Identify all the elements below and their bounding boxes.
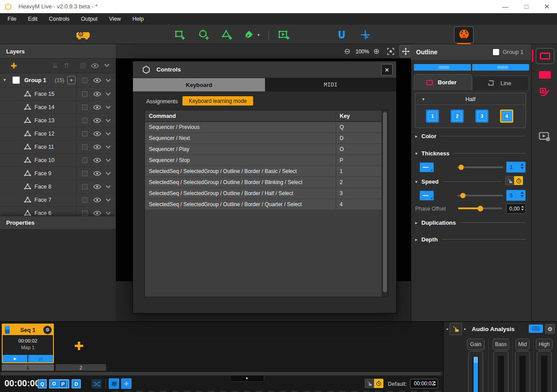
audio-tap-button[interactable]	[450, 323, 462, 335]
tab-midi[interactable]: MIDI	[265, 78, 396, 91]
solo-all-checkbox[interactable]	[80, 63, 86, 68]
animation-effect-button[interactable]	[538, 85, 550, 99]
layer-face-row[interactable]: Face 7	[0, 193, 116, 207]
layer-face-row[interactable]: Face 10	[0, 154, 116, 167]
hotkey-button-d[interactable]: D	[72, 379, 81, 388]
projector-output-button[interactable]	[75, 28, 91, 41]
gain-fader[interactable]	[468, 351, 483, 392]
phase-offset-knob[interactable]	[477, 206, 483, 211]
face-expand-chevron-icon[interactable]	[106, 157, 111, 162]
zoom-out-button[interactable]: ⊖	[344, 47, 350, 56]
hotkey-button-q[interactable]: Q	[38, 379, 47, 388]
default-tap-button[interactable]	[365, 379, 374, 388]
face-solo-checkbox[interactable]	[82, 118, 87, 123]
audio-next-arrow-button[interactable]: ▸	[462, 323, 468, 335]
table-row[interactable]: SelectedSeq / SelectedGroup / Outline / …	[145, 199, 388, 210]
speed-clock-button[interactable]	[514, 176, 523, 185]
preset-button-2[interactable]: 2	[451, 109, 464, 123]
dialog-close-button[interactable]: ✕	[381, 64, 393, 75]
layer-face-row[interactable]: Face 12	[0, 127, 116, 140]
layer-face-row[interactable]: Face 13	[0, 114, 116, 127]
fill-effect-button[interactable]	[539, 71, 551, 79]
minimize-button[interactable]: —	[496, 0, 515, 13]
add-circle-tool[interactable]	[197, 28, 210, 41]
zoom-in-button[interactable]: ⊕	[373, 47, 379, 56]
effects-group-checkbox[interactable]	[493, 49, 499, 55]
group-visibility-icon[interactable]	[93, 78, 101, 83]
face-visibility-icon[interactable]	[93, 91, 101, 97]
face-visibility-icon[interactable]	[93, 211, 101, 216]
bass-fader[interactable]	[493, 351, 508, 392]
audio-settings-button[interactable]: ⚙	[545, 324, 555, 334]
phase-offset-spinner[interactable]	[521, 206, 524, 211]
menu-edit[interactable]: Edit	[22, 13, 43, 25]
face-solo-checkbox[interactable]	[82, 144, 87, 150]
sequencer-collapse-button[interactable]: ▼	[230, 376, 264, 382]
face-solo-checkbox[interactable]	[82, 171, 87, 176]
display-output-button[interactable]	[109, 378, 119, 389]
audio-prev-arrow-button[interactable]: ◂	[444, 323, 450, 335]
table-row[interactable]: Sequencer / NextD	[145, 133, 388, 144]
sequencer-hscrollbar[interactable]	[0, 372, 443, 376]
layer-face-row[interactable]: Face 11	[0, 140, 116, 154]
speed-value-box[interactable]: 5	[506, 190, 526, 201]
default-clock-button[interactable]	[374, 379, 383, 388]
thickness-slider-knob[interactable]	[458, 165, 464, 170]
sequence-card-header[interactable]: Seq 1 ⚙	[3, 324, 53, 335]
face-solo-checkbox[interactable]	[82, 91, 87, 97]
move-layer-down-icon[interactable]: ⇊	[52, 62, 58, 70]
section-speed[interactable]: ▾ Speed	[415, 178, 502, 185]
expand-all-chevron-icon[interactable]	[104, 62, 109, 67]
face-visibility-icon[interactable]	[93, 131, 101, 136]
default-duration-spinner[interactable]	[433, 381, 436, 386]
default-duration-spinbox[interactable]: 00:00:02	[410, 379, 438, 388]
table-row[interactable]: Sequencer / PlayO	[145, 144, 388, 155]
group-checkbox[interactable]	[12, 76, 20, 84]
magnet-snap-button[interactable]	[335, 28, 348, 41]
face-expand-chevron-icon[interactable]	[106, 90, 111, 95]
group-solo-checkbox[interactable]	[82, 78, 87, 83]
midi-controls-button[interactable]	[454, 26, 474, 43]
track-tab-2[interactable]: 2	[56, 364, 106, 371]
maximize-button[interactable]: □	[517, 0, 536, 13]
hotkey-button-p[interactable]: P	[59, 380, 67, 388]
menu-file[interactable]: File	[2, 13, 22, 25]
face-visibility-icon[interactable]	[93, 184, 101, 189]
face-expand-chevron-icon[interactable]	[106, 143, 111, 148]
audio-enable-toggle[interactable]	[529, 324, 543, 333]
track-tab-1[interactable]: 1	[2, 364, 54, 371]
pan-tool-button[interactable]	[399, 45, 412, 57]
layer-face-row[interactable]: Face 9	[0, 167, 116, 180]
layer-face-row[interactable]: Face 14	[0, 101, 116, 114]
face-expand-chevron-icon[interactable]	[106, 130, 111, 135]
keyboard-learning-mode-button[interactable]: Keyboard learning mode	[182, 96, 253, 106]
tab-border[interactable]: Border	[414, 74, 472, 90]
face-expand-chevron-icon[interactable]	[106, 170, 111, 175]
mid-fader[interactable]	[515, 351, 530, 392]
section-color[interactable]: ▸ Color	[415, 133, 526, 139]
section-depth[interactable]: ▸ Depth	[415, 236, 526, 243]
thickness-value-box[interactable]: 1	[506, 162, 526, 173]
face-visibility-icon[interactable]	[93, 105, 101, 110]
face-visibility-icon[interactable]	[93, 118, 101, 123]
fit-to-screen-button[interactable]	[386, 47, 395, 56]
add-layer-button[interactable]: ✚	[11, 61, 17, 71]
close-button[interactable]: ✕	[537, 0, 557, 13]
thickness-spinner[interactable]	[520, 163, 524, 169]
face-visibility-icon[interactable]	[93, 158, 101, 163]
preset-button-1[interactable]: 1	[426, 109, 439, 123]
hotkey-button-o[interactable]: O	[52, 381, 56, 386]
preset-button-4-selected[interactable]: 4	[500, 109, 513, 123]
face-expand-chevron-icon[interactable]	[106, 183, 111, 188]
face-solo-checkbox[interactable]	[82, 105, 87, 110]
tab-keyboard[interactable]: Keyboard	[133, 78, 265, 91]
visibility-all-icon[interactable]	[91, 63, 99, 68]
face-visibility-icon[interactable]	[93, 197, 101, 203]
menu-output[interactable]: Output	[75, 13, 103, 25]
layer-face-row[interactable]: Face 15	[0, 87, 116, 101]
table-row[interactable]: Sequencer / PreviousQ	[145, 122, 388, 133]
effect-timeline-strip[interactable]	[414, 64, 529, 71]
speed-tap-button[interactable]	[505, 176, 514, 185]
high-fader[interactable]	[537, 351, 552, 392]
tab-line[interactable]: Line	[472, 75, 529, 90]
